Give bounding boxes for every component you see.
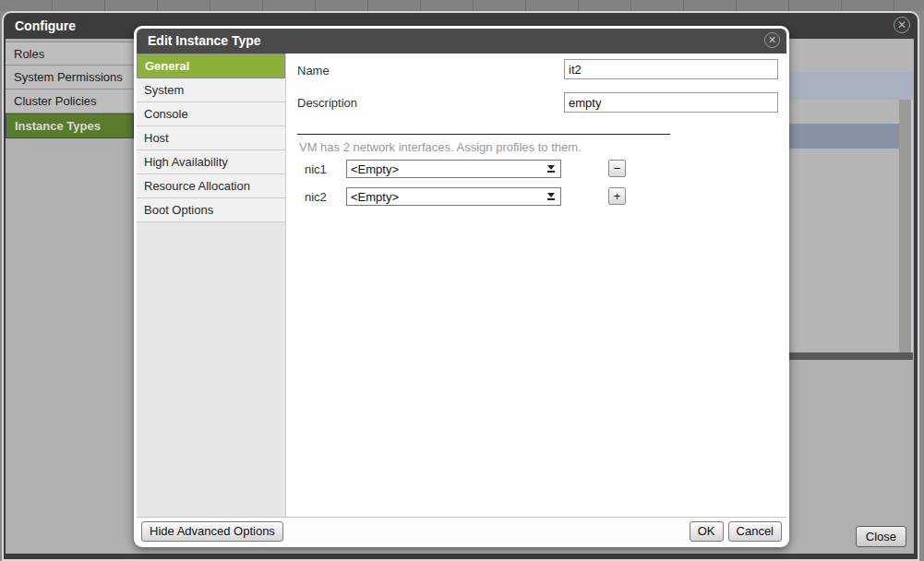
close-button[interactable]: Close: [856, 526, 906, 547]
ok-button[interactable]: OK: [690, 521, 724, 542]
tab-boot-options[interactable]: Boot Options: [137, 198, 285, 222]
dialog-titlebar: Edit Instance Type ✕: [137, 29, 786, 54]
configure-sidebar: Roles System Permissions Cluster Policie…: [6, 42, 134, 138]
close-icon[interactable]: ✕: [894, 17, 910, 33]
chevron-down-icon: [544, 190, 558, 203]
configure-window-title: Configure: [15, 18, 76, 33]
nic1-profile-select[interactable]: <Empty>: [346, 160, 561, 178]
tab-console[interactable]: Console: [137, 102, 285, 126]
hide-advanced-options-button[interactable]: Hide Advanced Options: [141, 521, 283, 542]
general-tab-panel: Name Description VM has 2 network interf…: [286, 54, 786, 517]
nic2-row: nic2 <Empty> +: [286, 187, 786, 206]
nic-note: VM has 2 network interfaces. Assign prof…: [299, 140, 582, 154]
description-label: Description: [297, 96, 357, 110]
add-nic-button[interactable]: +: [608, 187, 626, 205]
sidebar-item-instance-types[interactable]: Instance Types: [6, 113, 134, 138]
description-input[interactable]: [564, 92, 778, 113]
remove-nic-button[interactable]: −: [608, 160, 626, 177]
table-scrollbar-edge: [911, 100, 913, 352]
section-divider: [297, 134, 670, 135]
tab-host[interactable]: Host: [137, 126, 285, 150]
close-icon[interactable]: ✕: [764, 32, 780, 48]
tab-high-availability[interactable]: High Availability: [137, 150, 285, 174]
tab-resource-allocation[interactable]: Resource Allocation: [137, 174, 285, 198]
dialog-footer: Hide Advanced Options OK Cancel: [137, 517, 786, 544]
background-grid-header: [0, 0, 924, 11]
sidebar-item-system-permissions[interactable]: System Permissions: [6, 66, 134, 90]
nic1-profile-value: <Empty>: [347, 162, 544, 176]
chevron-down-icon: [544, 162, 558, 175]
edit-instance-type-dialog: Edit Instance Type ✕ General System Cons…: [134, 26, 789, 547]
page: Configure ✕ Roles System Permissions Clu…: [0, 0, 924, 561]
nic2-profile-value: <Empty>: [347, 190, 544, 204]
tab-system[interactable]: System: [137, 78, 285, 102]
sidebar-item-cluster-policies[interactable]: Cluster Policies: [6, 90, 134, 113]
dialog-tab-list: General System Console Host High Availab…: [137, 54, 286, 517]
table-scrollbar[interactable]: [899, 100, 911, 352]
dialog-title: Edit Instance Type: [148, 33, 261, 48]
nic1-label: nic1: [305, 162, 327, 176]
name-label: Name: [297, 64, 330, 78]
nic1-row: nic1 <Empty> −: [286, 160, 786, 178]
nic2-profile-select[interactable]: <Empty>: [346, 187, 561, 206]
name-input[interactable]: [564, 59, 778, 79]
tab-general[interactable]: General: [137, 54, 285, 78]
cancel-button[interactable]: Cancel: [728, 521, 782, 542]
nic2-label: nic2: [305, 190, 327, 204]
sidebar-item-roles[interactable]: Roles: [6, 42, 134, 66]
